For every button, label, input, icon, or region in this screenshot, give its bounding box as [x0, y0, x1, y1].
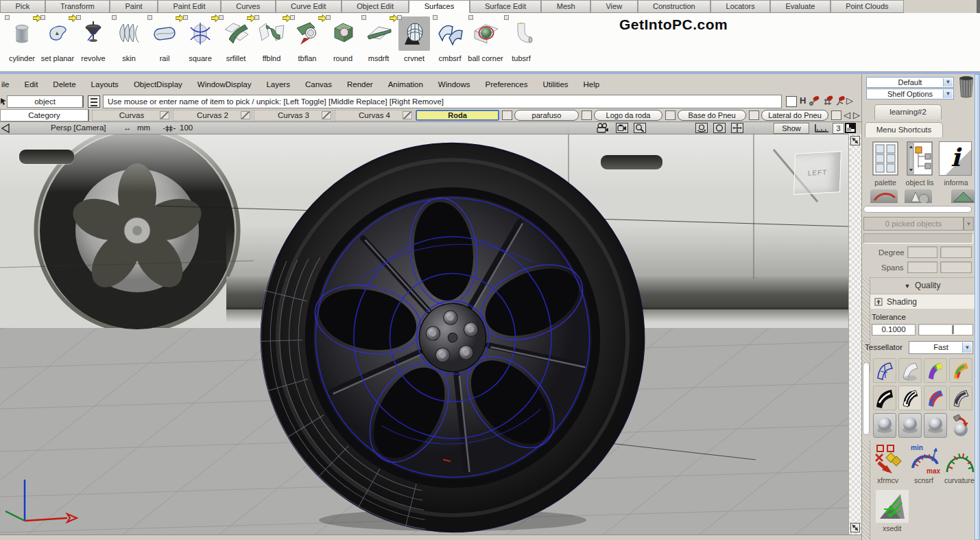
tool-revolve[interactable]: revolve: [75, 14, 111, 71]
stage-corner-icon[interactable]: [322, 111, 331, 119]
menu-windowdisplay[interactable]: WindowDisplay: [190, 80, 259, 89]
snap-to-curve-icon[interactable]: [834, 95, 846, 107]
patch-evaluate-button[interactable]: [924, 358, 947, 383]
chrome-shade-button[interactable]: [949, 386, 972, 410]
shading-grid-scrollbar[interactable]: [863, 362, 870, 435]
units-resize-icon[interactable]: ↔: [123, 124, 132, 132]
tool-square[interactable]: square: [182, 14, 218, 71]
clipped-tool-icon[interactable]: [905, 189, 932, 203]
color-swatch-icon[interactable]: [845, 123, 856, 133]
chevron-down-icon[interactable]: ▼: [943, 90, 953, 98]
stage-tab-logo-da-roda[interactable]: Logo da roda: [594, 110, 662, 121]
shelf-tab-pick[interactable]: Pick: [0, 0, 45, 13]
shading-toggle-icon[interactable]: [874, 298, 883, 306]
stage-tab-curvas[interactable]: Curvas: [92, 110, 171, 121]
category-select[interactable]: Category: [0, 109, 89, 121]
clipped-tool-icon[interactable]: [870, 189, 898, 203]
shelf-tab-paint-edit[interactable]: Paint Edit: [158, 0, 221, 13]
stage-tab-lateral-do-pneu[interactable]: Lateral do Pneu: [761, 110, 828, 121]
layer-checkbox[interactable]: [749, 110, 759, 120]
viewport-units[interactable]: mm: [137, 124, 150, 132]
sphere-shade-button[interactable]: [924, 413, 947, 438]
tool-cmbsrf[interactable]: cmbsrf: [432, 14, 468, 71]
snap-to-grid-icon[interactable]: [822, 95, 834, 107]
wheel-model[interactable]: [252, 137, 653, 535]
layer-checkbox[interactable]: [502, 110, 512, 120]
ruler-icon[interactable]: [813, 124, 830, 133]
stage-tab-curvas-4[interactable]: Curvas 4: [335, 110, 414, 121]
menu-animation[interactable]: Animation: [381, 80, 431, 89]
degree-field-1[interactable]: [907, 246, 937, 258]
tool-ball-corner[interactable]: ball corner: [468, 14, 503, 71]
resize-corner-icon[interactable]: [850, 523, 860, 532]
slider-thumb[interactable]: [952, 325, 954, 334]
tool-set-planar[interactable]: set planar: [40, 14, 75, 71]
degree-field-2[interactable]: [940, 246, 972, 258]
tool-msdrft[interactable]: msdrft: [361, 14, 396, 71]
menu-edit[interactable]: Edit: [17, 80, 46, 89]
panel-scrollbar[interactable]: [975, 74, 980, 540]
shelf-tab-paint[interactable]: Paint: [110, 0, 158, 13]
tool-checkbox[interactable]: [397, 15, 402, 20]
tool-ffblnd[interactable]: ffblnd: [254, 14, 289, 71]
zebra-shade-button[interactable]: [898, 386, 922, 410]
scnsrf-tool[interactable]: minmax scnsrf: [909, 443, 942, 476]
tool-cylinder[interactable]: cylinder: [4, 14, 40, 71]
history-button[interactable]: H: [800, 95, 806, 106]
view-cube[interactable]: LEFT: [793, 151, 841, 195]
spans-field-2[interactable]: [940, 261, 972, 273]
tool-tbflan[interactable]: tbflan: [289, 14, 325, 71]
silhouette-shade-button[interactable]: [873, 386, 896, 410]
layer-count-button[interactable]: 3: [833, 123, 844, 134]
shelf-tab-curve-edit[interactable]: Curve Edit: [276, 0, 342, 13]
shelf-tab-mesh[interactable]: Mesh: [541, 0, 590, 13]
tool-checkbox[interactable]: [183, 15, 188, 20]
stage-next-icon[interactable]: ▷: [853, 110, 860, 120]
blue-stripe-shade-button[interactable]: [924, 386, 947, 410]
tolerance-slider[interactable]: [918, 324, 973, 336]
spans-field-1[interactable]: [907, 261, 937, 273]
viewport-title[interactable]: Persp [Camera]: [51, 124, 106, 132]
tool-checkbox[interactable]: [219, 15, 224, 20]
shelf-tab-point-clouds[interactable]: Point Clouds: [830, 0, 904, 13]
tool-checkbox[interactable]: [433, 15, 438, 20]
menu-windows[interactable]: Windows: [431, 80, 478, 89]
tool-checkbox[interactable]: [40, 15, 45, 20]
stage-prev-icon[interactable]: ◁: [844, 110, 850, 120]
shelf-tab-surface-edit[interactable]: Surface Edit: [470, 0, 542, 13]
palette-scrollbar[interactable]: [863, 206, 972, 213]
section-grip[interactable]: [862, 277, 870, 372]
palette-tool[interactable]: palette: [870, 141, 900, 177]
tab-menu-shortcuts[interactable]: Menu Shortcuts: [865, 122, 943, 137]
menu-utilities[interactable]: Utilities: [536, 80, 576, 89]
stage-corner-icon[interactable]: [403, 111, 412, 119]
tool-srfillet[interactable]: srfillet: [218, 14, 254, 71]
shelf-tab-construction[interactable]: Construction: [638, 0, 711, 13]
menu-file[interactable]: ile: [0, 80, 17, 89]
prompt-expand-icon[interactable]: ▷: [846, 95, 853, 106]
zoom-lens-icon[interactable]: [634, 123, 646, 133]
trash-can-icon[interactable]: [957, 74, 975, 99]
tool-skin[interactable]: skin: [111, 14, 147, 71]
section-grip[interactable]: [862, 441, 870, 540]
wireframe-shade-button[interactable]: [873, 358, 896, 383]
chevron-down-icon[interactable]: ▼: [962, 342, 972, 353]
sphere-shade-button[interactable]: [873, 413, 896, 438]
prompt-history-icon[interactable]: [88, 95, 100, 108]
tool-checkbox[interactable]: [361, 15, 366, 20]
picked-dropdown-arrow-icon[interactable]: ▼: [964, 217, 974, 231]
shelf-tab-curves[interactable]: Curves: [221, 0, 276, 13]
tool-rail[interactable]: rail: [147, 14, 182, 71]
pick-filter-select[interactable]: object: [7, 95, 84, 108]
show-menu-button[interactable]: Show: [774, 123, 809, 134]
stage-tab-roda-active[interactable]: Roda: [416, 110, 499, 121]
menu-canvas[interactable]: Canvas: [298, 80, 339, 89]
stage-tab-curvas-3[interactable]: Curvas 3: [254, 110, 333, 121]
shelf-tab-locators[interactable]: Locators: [710, 0, 770, 13]
panel-resize-strip[interactable]: [848, 134, 861, 535]
menu-help[interactable]: Help: [576, 80, 608, 89]
quality-section-header[interactable]: ▼ Quality: [870, 277, 975, 292]
stage-tab-parafuso[interactable]: parafuso: [514, 110, 579, 121]
grid-spacing-value[interactable]: 100: [180, 124, 193, 132]
stripe-evaluate-button[interactable]: [949, 358, 972, 383]
